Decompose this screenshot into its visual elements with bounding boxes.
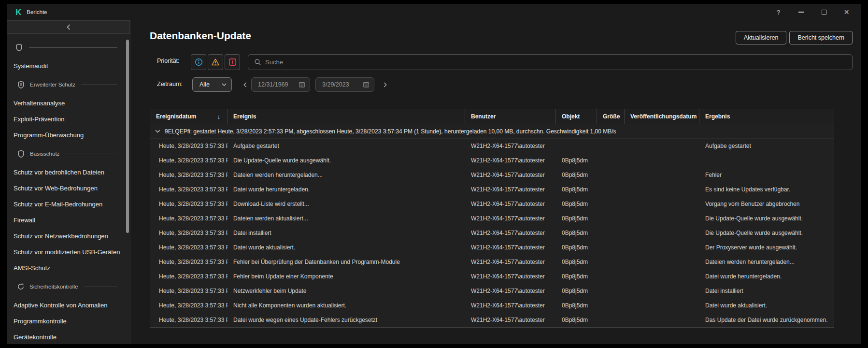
sidebar-item[interactable]: Sicherheitskontrolle [7, 276, 130, 297]
sidebar-item-label: Gerätekontrolle [14, 334, 57, 341]
event-published [625, 240, 699, 255]
event-row[interactable]: Heute, 3/28/2023 3:57:33 PM Download-Lis… [150, 197, 834, 211]
event-published [625, 153, 699, 168]
search-icon [254, 58, 261, 66]
column-header-groesse[interactable]: Größe [597, 109, 625, 124]
event-user: W21H2-X64-1577\autotester [465, 240, 556, 255]
event-row[interactable]: Heute, 3/28/2023 3:57:33 PM Datei wurde … [150, 313, 834, 327]
chevron-right-icon [384, 82, 387, 87]
event-date: Heute, 3/28/2023 3:57:33 PM [159, 186, 228, 193]
event-size [597, 298, 625, 313]
event-row[interactable]: Heute, 3/28/2023 3:57:33 PM Fehler beim … [150, 269, 834, 284]
date-to-field[interactable]: 3/29/2023 [315, 77, 374, 92]
shield-icon [17, 150, 25, 158]
sidebar-item[interactable]: Schutz vor modifizierten USB-Geräten [7, 244, 130, 260]
priority-filter-group [191, 54, 240, 70]
sidebar-item-label: Systemaudit [14, 62, 48, 70]
sidebar-item[interactable]: Schutz vor Netzwerkbedrohungen [7, 228, 130, 244]
minimize-icon [798, 12, 804, 13]
event-user: W21H2-X64-1577\autotester [465, 153, 556, 168]
sidebar-item-label: Programmkontrolle [14, 318, 67, 325]
event-row[interactable]: Heute, 3/28/2023 3:57:33 PM Fehler bei Ü… [150, 255, 834, 269]
sidebar-item[interactable]: Programm-Überwachung [7, 127, 130, 143]
sidebar-item[interactable]: AMSI-Schutz [7, 260, 130, 276]
event-size [597, 255, 625, 269]
priority-info-button[interactable] [191, 54, 206, 70]
main-panel: Datenbanken-Update Aktualisieren Bericht… [130, 20, 861, 344]
events-table: Ereignisdatum ↓ Ereignis Benutzer Objekt… [150, 109, 834, 328]
sidebar-item[interactable]: Erweiterter Schutz [7, 74, 130, 95]
event-text: Datei wurde heruntergeladen. [228, 182, 465, 197]
priority-label: Priorität: [157, 58, 180, 64]
event-user: W21H2-X64-1577\autotester [465, 197, 556, 211]
sidebar-scrollbar-thumb[interactable] [126, 40, 129, 233]
period-dropdown[interactable]: Alle [192, 77, 232, 92]
sidebar-item[interactable]: Schutz vor bedrohlichen Dateien [7, 164, 130, 180]
help-button[interactable]: ? [767, 4, 790, 20]
sidebar-item[interactable]: Schutz vor E-Mail-Bedrohungen [7, 196, 130, 212]
priority-critical-button[interactable] [225, 54, 240, 70]
event-row[interactable]: Heute, 3/28/2023 3:57:33 PM Die Update-Q… [150, 153, 834, 168]
column-header-veroeffentlichungsdatum[interactable]: Veröffentlichungsdatum [625, 109, 699, 124]
sidebar-item[interactable] [7, 37, 130, 58]
event-user: W21H2-X64-1577\autotester [465, 182, 556, 197]
task-group-row[interactable]: 9ELQEPfi: gestartet Heute, 3/28/2023 2:5… [150, 124, 834, 139]
previous-period-button[interactable] [241, 79, 249, 90]
minimize-button[interactable] [790, 4, 812, 20]
maximize-button[interactable] [812, 4, 835, 20]
event-date: Heute, 3/28/2023 3:57:33 PM [159, 259, 228, 265]
column-header-ergebnis[interactable]: Ergebnis [699, 109, 834, 124]
event-row[interactable]: Heute, 3/28/2023 3:57:33 PM Aufgabe gest… [150, 139, 834, 153]
column-header-ereignisdatum[interactable]: Ereignisdatum ↓ [150, 109, 228, 124]
event-object [556, 139, 597, 153]
sidebar-item[interactable]: Verhaltensanalyse [7, 95, 130, 111]
event-published [625, 211, 699, 226]
sidebar-item[interactable]: Systemaudit [7, 58, 130, 74]
event-result [699, 153, 834, 168]
event-date: Heute, 3/28/2023 3:57:33 PM [159, 317, 228, 323]
refresh-report-button[interactable]: Aktualisieren [736, 31, 787, 44]
event-text: Aufgabe gestartet [228, 139, 465, 153]
sidebar-item-label: Schutz vor bedrohlichen Dateien [14, 169, 104, 176]
sidebar-item[interactable]: Firewall [7, 212, 130, 228]
event-size [597, 182, 625, 197]
search-input[interactable] [265, 58, 852, 66]
event-row[interactable]: Heute, 3/28/2023 3:57:33 PM Datei instal… [150, 226, 834, 240]
event-object: 0Bp8j5dm [556, 284, 597, 298]
table-body: Heute, 3/28/2023 3:57:33 PM Aufgabe gest… [150, 139, 834, 327]
event-published [625, 313, 699, 327]
event-result: Dateien werden heruntergeladen... [699, 255, 834, 269]
section-divider-line [81, 85, 117, 85]
event-row[interactable]: Heute, 3/28/2023 3:57:33 PM Netzwerkfehl… [150, 284, 834, 298]
sidebar-item[interactable]: Exploit-Prävention [7, 111, 130, 127]
date-from-field[interactable]: 12/31/1969 [251, 77, 310, 92]
titlebar: K Berichte ? ✕ [7, 4, 861, 20]
column-header-ereignis[interactable]: Ereignis [228, 109, 465, 124]
chevron-down-icon [222, 83, 227, 86]
event-object: 0Bp8j5dm [556, 298, 597, 313]
save-report-button[interactable]: Bericht speichern [789, 31, 853, 44]
sidebar-item-label: Exploit-Prävention [14, 116, 65, 123]
priority-warning-button[interactable] [208, 54, 223, 70]
sidebar-item[interactable]: Gerätekontrolle [7, 329, 130, 344]
column-header-objekt[interactable]: Objekt [556, 109, 597, 124]
close-button[interactable]: ✕ [835, 4, 858, 20]
event-row[interactable]: Heute, 3/28/2023 3:57:33 PM Datei wurde … [150, 182, 834, 197]
event-object: 0Bp8j5dm [556, 168, 597, 182]
event-row[interactable]: Heute, 3/28/2023 3:57:33 PM Datei wurde … [150, 240, 834, 255]
sidebar-item[interactable]: Adaptive Kontrolle von Anomalien [7, 297, 130, 313]
sidebar-collapse-button[interactable] [7, 20, 130, 34]
event-text: Dateien werden aktualisiert... [228, 211, 465, 226]
sidebar-item[interactable]: Basisschutz [7, 143, 130, 164]
next-period-button[interactable] [381, 79, 389, 90]
event-row[interactable]: Heute, 3/28/2023 3:57:33 PM Dateien werd… [150, 168, 834, 182]
event-row[interactable]: Heute, 3/28/2023 3:57:33 PM Nicht alle K… [150, 298, 834, 313]
event-row[interactable]: Heute, 3/28/2023 3:57:33 PM Dateien werd… [150, 211, 834, 226]
sidebar-item[interactable]: Schutz vor Web-Bedrohungen [7, 180, 130, 196]
sidebar-item[interactable]: Programmkontrolle [7, 313, 130, 329]
column-header-benutzer[interactable]: Benutzer [465, 109, 556, 124]
event-text: Dateien werden heruntergeladen... [228, 168, 465, 182]
event-published [625, 168, 699, 182]
event-published [625, 298, 699, 313]
sidebar-item-label: Schutz vor Web-Bedrohungen [14, 185, 98, 192]
